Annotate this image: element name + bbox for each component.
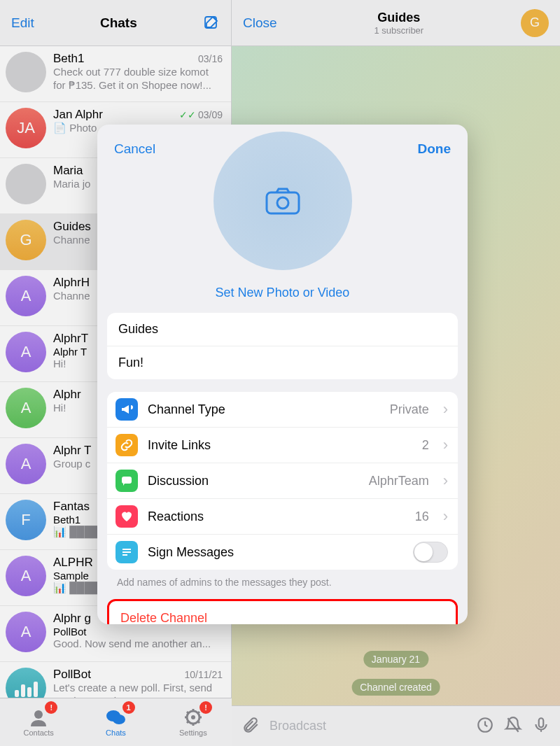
setting-label: Discussion bbox=[148, 474, 359, 488]
channel-desc-field[interactable]: Fun! bbox=[107, 346, 458, 379]
chevron-right-icon: › bbox=[443, 507, 448, 526]
heart-icon bbox=[115, 505, 138, 528]
chevron-right-icon: › bbox=[443, 472, 448, 490]
svg-point-17 bbox=[277, 197, 288, 209]
channel-photo-placeholder[interactable] bbox=[214, 132, 352, 270]
invite-links-row[interactable]: Invite Links 2 › bbox=[107, 427, 458, 463]
setting-label: Sign Messages bbox=[148, 545, 403, 560]
chevron-right-icon: › bbox=[443, 400, 448, 418]
chat-bubble-icon bbox=[115, 470, 138, 492]
camera-icon bbox=[265, 187, 300, 215]
name-desc-card: Guides Fun! bbox=[107, 313, 458, 379]
setting-value: AlphrTeam bbox=[369, 474, 429, 488]
delete-channel-card: Delete Channel bbox=[107, 599, 458, 624]
settings-card: Channel Type Private › Invite Links 2 › … bbox=[107, 392, 458, 570]
link-icon bbox=[115, 434, 138, 456]
discussion-row[interactable]: Discussion AlphrTeam › bbox=[107, 463, 458, 498]
sign-messages-hint: Add names of admins to the messages they… bbox=[117, 577, 448, 588]
svg-rect-18 bbox=[122, 477, 132, 484]
setting-value: 2 bbox=[422, 438, 429, 453]
reactions-row[interactable]: Reactions 16 › bbox=[107, 498, 458, 534]
setting-label: Reactions bbox=[148, 509, 405, 524]
channel-type-row[interactable]: Channel Type Private › bbox=[107, 392, 458, 427]
cancel-button[interactable]: Cancel bbox=[114, 141, 155, 157]
setting-label: Channel Type bbox=[148, 402, 380, 417]
svg-rect-16 bbox=[267, 192, 299, 213]
sign-messages-toggle[interactable] bbox=[413, 542, 448, 563]
set-photo-button[interactable]: Set New Photo or Video bbox=[97, 286, 468, 300]
channel-name-field[interactable]: Guides bbox=[107, 313, 458, 346]
setting-label: Invite Links bbox=[148, 438, 412, 453]
megaphone-icon bbox=[115, 398, 138, 421]
sign-messages-row[interactable]: Sign Messages bbox=[107, 534, 458, 570]
done-button[interactable]: Done bbox=[418, 141, 451, 157]
setting-value: 16 bbox=[415, 509, 429, 524]
delete-channel-button[interactable]: Delete Channel bbox=[109, 601, 456, 624]
edit-channel-modal: Cancel Done Set New Photo or Video Guide… bbox=[97, 125, 468, 624]
signature-icon bbox=[115, 541, 138, 563]
chevron-right-icon: › bbox=[443, 436, 448, 454]
setting-value: Private bbox=[390, 402, 429, 417]
